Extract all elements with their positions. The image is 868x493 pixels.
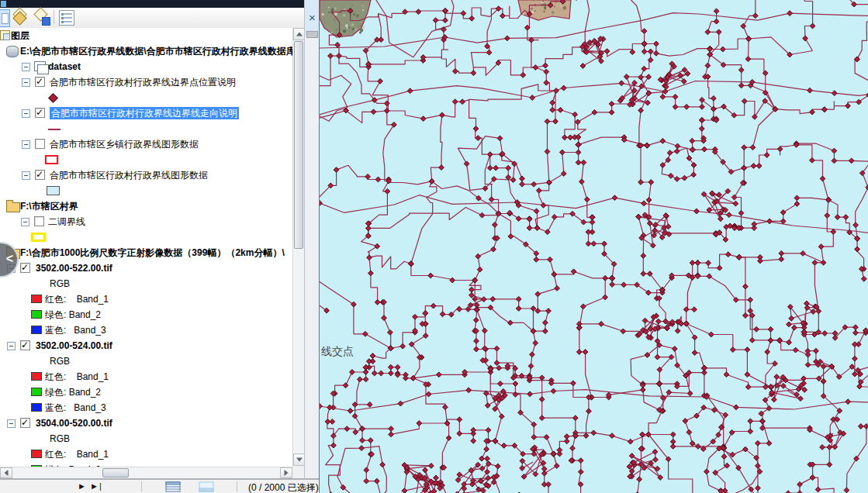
tree-row: 合肥市市辖区行政村行政界线图形数据 [0,167,292,183]
tree-label[interactable]: 红色: Band_1 [45,371,109,383]
toolbar-separator [54,10,54,24]
tree-row: F:\市辖区村界 [0,198,292,214]
layer-visibility-checkbox[interactable] [20,340,30,350]
scroll-up-button[interactable] [293,28,305,40]
tree-expander-icon[interactable] [21,218,29,226]
tree-row: 图层 [0,28,292,43]
polygon-symbol [31,233,46,242]
legend-symbol-row [0,90,292,105]
list-by-drawing-order-button[interactable] [0,9,10,27]
tree-expander-icon[interactable] [7,419,16,428]
layer-visibility-checkbox[interactable] [35,139,45,149]
dock-grip[interactable] [306,31,318,38]
attribute-table-record-bar: ► ►| (0 / 2000 已选择) [0,478,319,493]
map-view: 线交点 [319,0,868,493]
tree-row: E:\合肥市市辖区行政界线数据\合肥市市辖区行政村行政界线数据库 [0,43,292,59]
arrow-down-icon [296,458,303,462]
tree-label[interactable]: 3504.00-520.00.tif [36,417,112,429]
tree-expander-icon[interactable] [7,342,16,350]
options-list-icon [59,10,74,26]
tree-expander-icon[interactable] [22,109,30,118]
gdb-icon [6,46,19,57]
tree-row: 蓝色: Band_3 [0,400,292,415]
tree-label[interactable]: RGB [50,278,70,290]
visibility-square-icon [42,17,50,26]
tree-row: F:\合肥市1000比例尺数字正射影像数据（399幅）（2km分幅）\ [0,245,292,260]
tree-expander-icon[interactable] [22,171,30,180]
tree-row: 蓝色: Band_3 [0,322,292,338]
band-color-swatch [31,326,42,334]
tree-label[interactable]: 合肥市市辖区乡镇行政界线图形数据 [50,138,199,150]
attribute-table-icon[interactable] [165,481,181,493]
close-toc-button[interactable]: × [306,9,319,26]
layer-visibility-checkbox[interactable] [35,108,45,118]
vertical-scroll-thumb[interactable] [294,41,303,249]
toc-dock-edge: × [304,0,319,493]
band-color-swatch [31,372,42,381]
layer-visibility-checkbox[interactable] [20,418,30,428]
tree-label[interactable]: 蓝色: Band_3 [45,324,106,336]
top-dark-strip [0,0,304,8]
scroll-left-button[interactable] [0,467,12,478]
scroll-right-button[interactable] [280,467,292,478]
tree-label[interactable]: 3502.00-522.00.tif [36,262,112,274]
map-canvas[interactable]: 线交点 [320,0,868,493]
tree-expander-icon[interactable] [22,140,30,149]
show-selected-records-icon[interactable] [199,481,214,493]
tree-label[interactable]: F:\市辖区村界 [20,200,78,212]
last-record-button[interactable]: ►| [90,481,102,491]
tree-expander-icon[interactable] [22,78,30,87]
tree-label[interactable]: 红色: Band_1 [45,293,109,305]
tree-label[interactable]: F:\合肥市1000比例尺数字正射影像数据（399幅）（2km分幅）\ [20,246,285,259]
tree-label[interactable]: RGB [50,433,70,445]
tree-label[interactable]: 合肥市市辖区行政村行政界线边界点位置说明 [50,76,236,88]
layer-visibility-checkbox[interactable] [34,216,44,226]
tree-label[interactable]: RGB [50,355,70,367]
polygon-symbol [45,155,58,164]
layer-visibility-checkbox[interactable] [35,170,45,180]
toc-tree: 图层E:\合肥市市辖区行政界线数据\合肥市市辖区行政村行政界线数据库datase… [0,28,292,467]
statusbar-separator [141,481,142,491]
scroll-down-button[interactable] [293,453,305,466]
tree-label[interactable]: 3502.00-524.00.tif [36,340,112,352]
clipped-toolbar-icon [1,1,6,7]
tree-label[interactable]: 绿色: Band_2 [45,309,101,321]
tree-label[interactable]: 蓝色: Band_3 [45,402,106,414]
statusbar-separator [237,481,237,491]
arrow-up-icon [296,33,303,36]
tree-row: RGB [0,353,292,369]
tree-label[interactable]: 图层 [11,29,29,42]
tree-label[interactable]: 二调界线 [48,215,85,228]
line-symbol [48,129,61,130]
list-by-source-button[interactable] [12,9,29,26]
tree-label[interactable]: E:\合肥市市辖区行政界线数据\合肥市市辖区行政村行政界线数据库 [20,45,292,57]
tree-label[interactable]: 绿色: Band_2 [45,386,101,398]
toc-vertical-scrollbar[interactable] [292,28,304,467]
tree-row: RGB [0,431,292,446]
tree-row: dataset [0,59,292,74]
tree-row: 红色: Band_1 [0,369,292,384]
dataset-icon [34,61,46,71]
frame-icon [0,30,10,40]
tree-label[interactable]: 红色: Band_1 [45,448,109,460]
band-color-swatch [31,295,42,303]
layer-visibility-checkbox[interactable] [35,77,45,87]
band-color-swatch [31,310,42,319]
layer-visibility-checkbox[interactable] [20,263,30,273]
horizontal-scroll-thumb[interactable] [102,468,129,477]
list-by-visibility-button[interactable] [33,9,50,26]
tree-row: RGB [0,276,292,291]
band-color-swatch [31,450,42,458]
tree-label[interactable]: 合肥市市辖区行政村行政界线边界线走向说明 [50,107,239,119]
next-record-button[interactable]: ► [78,481,87,491]
tree-label[interactable]: dataset [48,60,81,73]
toc-horizontal-scrollbar[interactable] [0,467,292,478]
tree-row: 3502.00-522.00.tif [0,260,292,276]
selection-count-text: (0 / 2000 已选择) [248,481,319,493]
arcmap-window: 图层E:\合肥市市辖区行政界线数据\合肥市市辖区行政村行政界线数据库datase… [0,0,868,493]
chevron-left-icon: < [6,252,13,266]
toc-options-button[interactable] [58,9,75,26]
tree-expander-icon[interactable] [22,63,30,71]
band-color-swatch [31,403,42,412]
tree-label[interactable]: 合肥市市辖区行政村行政界线图形数据 [50,169,208,181]
